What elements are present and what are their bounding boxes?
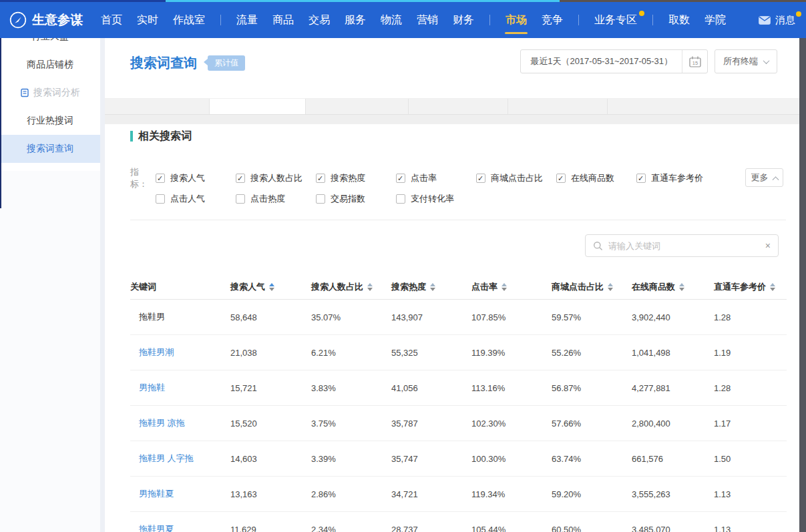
cell-ztc-price: 1.13	[714, 489, 787, 499]
checkbox[interactable]	[556, 174, 566, 183]
sidebar-item[interactable]: 商品店铺榜	[0, 51, 100, 79]
nav-item[interactable]: 服务	[337, 2, 373, 38]
terminal-dropdown[interactable]: 所有终端	[715, 49, 777, 73]
nav-item[interactable]: 市场	[498, 2, 534, 38]
more-button[interactable]: 更多	[745, 168, 783, 187]
metric-option[interactable]: 搜索热度	[316, 172, 396, 184]
tab[interactable]	[409, 99, 508, 114]
keyword-cell[interactable]: 拖鞋男	[130, 311, 230, 323]
checkbox[interactable]	[236, 194, 245, 204]
checkbox[interactable]	[316, 174, 325, 183]
metric-option[interactable]: 搜索人气	[156, 172, 236, 184]
messages-button[interactable]: 消息	[759, 2, 795, 38]
sidebar-item[interactable]: 搜索词分析	[0, 79, 100, 107]
tab[interactable]	[608, 99, 799, 114]
sort-icon[interactable]	[679, 283, 684, 291]
cell-online-products: 3,902,440	[632, 312, 714, 322]
column-header-label: 搜索人数占比	[311, 281, 363, 293]
sort-icon[interactable]	[501, 283, 507, 291]
column-header[interactable]: 点击率	[471, 281, 552, 293]
checkbox[interactable]	[396, 194, 405, 204]
metric-option[interactable]: 直通车参考价	[636, 172, 717, 184]
cell-online-products: 661,576	[632, 454, 714, 464]
sidebar-item[interactable]: 搜索词查询	[0, 135, 100, 163]
sort-icon[interactable]	[770, 283, 775, 291]
nav-item[interactable]: 学院	[697, 2, 733, 38]
cell-search-popularity: 15,721	[230, 383, 311, 393]
keyword-cell[interactable]: 男拖鞋	[130, 382, 230, 394]
date-range-picker[interactable]: 最近1天（2017-05-31~2017-05-31） 15	[520, 49, 708, 73]
nav-item[interactable]: 商品	[265, 2, 301, 38]
nav-item[interactable]: 竞争	[534, 2, 570, 38]
sidebar-item[interactable]: 行业大盘	[0, 38, 100, 51]
nav-item[interactable]: 流量	[229, 2, 265, 38]
terminal-value: 所有终端	[723, 55, 758, 67]
column-header[interactable]: 搜索人数占比	[311, 281, 391, 293]
page-scrollbar[interactable]	[799, 38, 806, 532]
sort-icon[interactable]	[608, 283, 613, 291]
metric-option[interactable]: 在线商品数	[556, 172, 636, 184]
keyword-cell[interactable]: 拖鞋男夏	[130, 523, 230, 532]
metric-option[interactable]: 搜索人数占比	[236, 172, 316, 184]
keyword-cell[interactable]: 拖鞋男潮	[130, 346, 230, 358]
column-header[interactable]: 在线商品数	[632, 281, 714, 293]
sidebar-scrollbar[interactable]	[100, 38, 105, 532]
nav-item[interactable]: 作战室	[166, 2, 212, 38]
nav-item[interactable]: 物流	[373, 2, 409, 38]
nav-item[interactable]: 营销	[409, 2, 445, 38]
sort-icon[interactable]	[367, 283, 373, 291]
tab[interactable]	[306, 99, 409, 114]
checkbox[interactable]	[156, 194, 165, 204]
sort-icon[interactable]	[269, 283, 274, 291]
metric-option[interactable]: 点击人气	[156, 193, 236, 205]
column-header[interactable]: 搜索热度	[391, 281, 471, 293]
chevron-up-icon	[772, 176, 779, 183]
keyword-cell[interactable]: 拖鞋男 人字拖	[130, 453, 230, 465]
column-header[interactable]: 搜索人气	[230, 281, 311, 293]
clear-search-icon[interactable]: ×	[765, 241, 771, 250]
keyword-cell[interactable]: 男拖鞋夏	[130, 488, 230, 500]
metric-option[interactable]: 支付转化率	[396, 193, 476, 205]
nav-item[interactable]: 实时	[130, 2, 166, 38]
cell-search-heat: 35,747	[391, 454, 471, 464]
checkbox[interactable]	[396, 174, 405, 183]
calendar-button[interactable]: 15	[682, 50, 707, 73]
column-header[interactable]: 直通车参考价	[714, 281, 787, 293]
tab[interactable]	[508, 99, 608, 114]
nav-item[interactable]: 交易	[301, 2, 337, 38]
cell-mall-click-ratio: 59.57%	[552, 312, 632, 322]
checkbox[interactable]	[236, 174, 245, 183]
cumulative-badge: 累计值	[208, 55, 245, 71]
checkbox[interactable]	[636, 174, 646, 183]
column-header[interactable]: 关键词	[130, 281, 230, 293]
cell-online-products: 3,555,263	[632, 489, 714, 499]
metrics-label: 指标：	[130, 166, 156, 190]
tab[interactable]	[105, 99, 210, 114]
nav-item[interactable]: 取数	[661, 2, 697, 38]
column-header-label: 在线商品数	[632, 281, 675, 293]
browser-edge-strip	[0, 0, 806, 2]
metric-option[interactable]: 点击率	[396, 172, 476, 184]
metric-option[interactable]: 商城点击占比	[476, 172, 556, 184]
sidebar-item[interactable]: 行业热搜词	[0, 107, 100, 135]
tab-active[interactable]	[210, 99, 306, 114]
cell-online-products: 4,277,881	[632, 383, 714, 393]
keyword-cell[interactable]: 拖鞋男 凉拖	[130, 417, 230, 429]
nav-item[interactable]: 财务	[445, 2, 481, 38]
table-header-row: 关键词 搜索人气 搜索人数占比	[130, 274, 787, 300]
nav-item[interactable]: 首页	[93, 2, 130, 38]
metric-option[interactable]: 点击热度	[236, 193, 316, 205]
sort-icon[interactable]	[430, 283, 435, 291]
column-header[interactable]: 商城点击占比	[552, 281, 632, 293]
nav-item[interactable]: 业务专区	[587, 2, 644, 38]
metric-option-label: 交易指数	[331, 193, 365, 205]
checkbox[interactable]	[316, 194, 325, 204]
app-logo[interactable]: 生意参谋	[9, 11, 83, 29]
checkbox[interactable]	[476, 174, 485, 183]
table-row: 拖鞋男 人字拖 14,603 3.39% 35,747 100.30% 63.7…	[130, 441, 787, 477]
sidebar-menu: 行业大盘 商品店铺榜 搜索词分析	[0, 38, 100, 171]
metric-option[interactable]: 交易指数	[316, 193, 396, 205]
keyword-search-input[interactable]	[608, 241, 760, 251]
checkbox[interactable]	[156, 174, 165, 183]
column-header-label: 搜索人气	[230, 281, 265, 293]
